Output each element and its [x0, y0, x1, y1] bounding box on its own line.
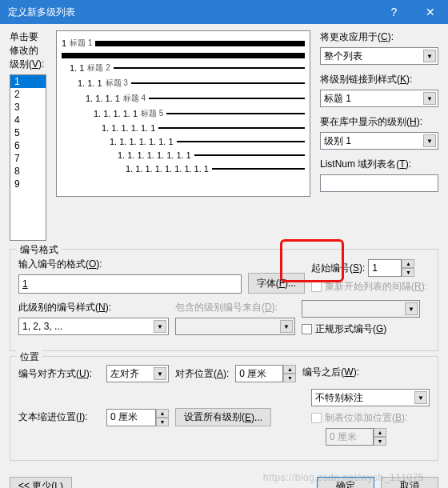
text-indent-input[interactable]: [106, 409, 156, 426]
link-style-select[interactable]: 标题 1▼: [320, 90, 438, 107]
restart-checkbox: 重新开始列表的间隔(R):: [311, 280, 430, 294]
chevron-down-icon: ▼: [154, 367, 166, 380]
chevron-down-icon: ▼: [154, 320, 166, 333]
level-item[interactable]: 2: [10, 88, 46, 101]
preview-row: 1. 1. 1标题 3: [62, 78, 305, 89]
chevron-down-icon: ▼: [374, 437, 386, 446]
apply-to-select[interactable]: 整个列表▼: [320, 47, 438, 65]
start-at-spinner[interactable]: ▲▼: [368, 259, 414, 277]
titlebar: 定义新多级列表 ? ✕: [0, 0, 448, 24]
position-group: 位置 编号对齐方式(U): 左对齐▼ 对齐位置(A): ▲▼ 编号之后(W): …: [10, 356, 438, 461]
chevron-up-icon[interactable]: ▲: [156, 409, 169, 418]
level-listbox[interactable]: 123456789: [10, 74, 46, 241]
preview-row: 1. 1. 1. 1. 1. 1. 1. 1: [62, 150, 305, 160]
level-item[interactable]: 5: [10, 126, 46, 139]
chevron-up-icon[interactable]: ▲: [402, 259, 414, 268]
preview-row: 1. 1. 1. 1标题 4: [62, 93, 305, 104]
level-column: 单击要修改的级别(V): 123456789: [10, 30, 46, 241]
tab-stop-spinner: ▲▼: [326, 428, 430, 446]
start-at-label: 起始编号(S):: [311, 262, 365, 275]
chevron-down-icon: ▼: [280, 320, 293, 333]
number-format-group: 编号格式 输入编号的格式(O): 1 字体(F)... 起始编号(S): ▲▼ …: [10, 249, 438, 351]
preview-row: 1标题 1: [62, 38, 305, 49]
format-label: 输入编号的格式(O):: [18, 258, 242, 271]
restart-select: ▼: [302, 300, 420, 318]
chevron-down-icon: ▼: [405, 302, 418, 315]
number-style-label: 此级别的编号样式(N):: [18, 301, 169, 314]
preview-row: 1. 1. 1. 1. 1. 1. 1. 1. 1: [62, 164, 305, 174]
level-item[interactable]: 4: [10, 114, 46, 126]
right-column: 将更改应用于(C): 整个列表▼ 将级别链接到样式(K): 标题 1▼ 要在库中…: [320, 30, 438, 241]
number-format-legend: 编号格式: [17, 243, 62, 257]
level-item[interactable]: 7: [10, 152, 46, 165]
follow-number-label: 编号之后(W):: [302, 366, 421, 379]
include-from-label: 包含的级别编号来自(D):: [175, 301, 295, 314]
help-button[interactable]: ?: [376, 0, 412, 24]
text-indent-label: 文本缩进位置(I):: [18, 410, 100, 424]
chevron-down-icon[interactable]: ▼: [402, 268, 414, 277]
less-button[interactable]: << 更少(L): [10, 477, 72, 488]
chevron-down-icon[interactable]: ▼: [156, 418, 169, 426]
legal-format-checkbox[interactable]: 正规形式编号(G): [302, 322, 420, 336]
watermark: https://blog.csdn.net/wysh_111075: [263, 472, 424, 483]
close-button[interactable]: ✕: [412, 0, 448, 24]
chevron-down-icon[interactable]: ▼: [283, 374, 296, 382]
dialog-title: 定义新多级列表: [8, 6, 376, 19]
chevron-down-icon: ▼: [414, 391, 427, 404]
preview-row: 1. 1标题 2: [62, 62, 305, 74]
preview-row: 1. 1. 1. 1. 1. 1. 1: [62, 137, 305, 146]
link-style-label: 将级别链接到样式(K):: [320, 73, 438, 86]
chevron-down-icon: ▼: [423, 50, 436, 62]
preview-pane: 1标题 11. 1标题 21. 1. 1标题 31. 1. 1. 1标题 41.…: [56, 30, 310, 197]
aligned-at-spinner[interactable]: ▲▼: [235, 365, 296, 382]
follow-number-select[interactable]: 不特别标注▼: [311, 389, 430, 406]
chevron-down-icon: ▼: [423, 92, 436, 105]
preview-row: 1. 1. 1. 1. 1. 1: [62, 123, 305, 133]
text-indent-spinner[interactable]: ▲▼: [106, 409, 169, 426]
chevron-up-icon[interactable]: ▲: [283, 365, 296, 374]
level-label: 单击要修改的级别(V):: [10, 30, 46, 71]
chevron-up-icon: ▲: [374, 428, 386, 437]
aligned-at-label: 对齐位置(A):: [175, 367, 229, 381]
font-button[interactable]: 字体(F)...: [248, 273, 305, 294]
tab-stop-checkbox: 制表位添加位置(B):: [311, 411, 430, 425]
position-legend: 位置: [17, 350, 42, 364]
preview-row: 1. 1. 1. 1. 1标题 5: [62, 108, 305, 119]
format-input[interactable]: 1: [18, 274, 242, 294]
number-align-label: 编号对齐方式(U):: [18, 367, 100, 381]
gallery-level-label: 要在库中显示的级别(H):: [320, 115, 438, 129]
aligned-at-input[interactable]: [235, 365, 283, 382]
level-item[interactable]: 3: [10, 101, 46, 114]
level-item[interactable]: 6: [10, 139, 46, 152]
level-item[interactable]: 1: [10, 75, 46, 88]
set-all-levels-button[interactable]: 设置所有级别(E)...: [175, 408, 271, 426]
start-at-input[interactable]: [368, 259, 402, 277]
listnum-label: ListNum 域列表名(T):: [320, 158, 438, 171]
chevron-down-icon: ▼: [423, 134, 436, 147]
listnum-input[interactable]: [320, 174, 438, 192]
include-from-select: ▼: [175, 318, 295, 335]
level-item[interactable]: 9: [10, 178, 46, 190]
level-item[interactable]: 8: [10, 165, 46, 178]
apply-to-label: 将更改应用于(C):: [320, 30, 438, 44]
tab-stop-input: [326, 428, 374, 446]
number-style-select[interactable]: 1, 2, 3, ...▼: [18, 318, 169, 335]
number-align-select[interactable]: 左对齐▼: [106, 365, 169, 382]
gallery-level-select[interactable]: 级别 1▼: [320, 132, 438, 150]
preview-row: [62, 53, 305, 58]
